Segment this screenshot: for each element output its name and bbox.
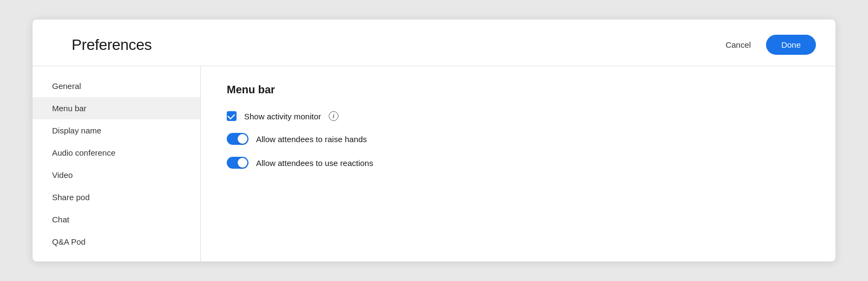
dialog-header: Preferences Cancel Done xyxy=(33,20,835,66)
sidebar-item-general[interactable]: General xyxy=(33,75,200,97)
sidebar-item-display-name[interactable]: Display name xyxy=(33,119,200,142)
sidebar-item-audio-conference[interactable]: Audio conference xyxy=(33,142,200,164)
sidebar-item-qna-pod[interactable]: Q&A Pod xyxy=(33,231,200,253)
dialog-title: Preferences xyxy=(72,36,152,54)
section-title: Menu bar xyxy=(227,84,809,96)
allow-reactions-toggle[interactable] xyxy=(227,157,248,169)
preferences-dialog: Preferences Cancel Done General Menu bar… xyxy=(33,20,835,261)
sidebar: General Menu bar Display name Audio conf… xyxy=(33,66,201,261)
done-button[interactable]: Done xyxy=(766,35,816,55)
setting-row-reactions: Allow attendees to use reactions xyxy=(227,157,809,169)
cancel-button[interactable]: Cancel xyxy=(719,36,757,54)
main-content: Menu bar Show activity monitor i Allow a… xyxy=(201,66,835,261)
dialog-body: General Menu bar Display name Audio conf… xyxy=(33,66,835,261)
allow-reactions-label: Allow attendees to use reactions xyxy=(256,158,373,168)
allow-raise-hands-label: Allow attendees to raise hands xyxy=(256,135,367,144)
setting-row-activity-monitor: Show activity monitor i xyxy=(227,111,809,121)
sidebar-item-share-pod[interactable]: Share pod xyxy=(33,186,200,208)
header-actions: Cancel Done xyxy=(719,35,816,55)
info-icon[interactable]: i xyxy=(329,111,339,121)
setting-row-raise-hands: Allow attendees to raise hands xyxy=(227,133,809,145)
show-activity-monitor-label: Show activity monitor xyxy=(244,112,321,121)
show-activity-monitor-checkbox[interactable] xyxy=(227,111,237,121)
sidebar-item-menu-bar[interactable]: Menu bar xyxy=(33,97,200,119)
sidebar-item-video[interactable]: Video xyxy=(33,164,200,186)
sidebar-item-chat[interactable]: Chat xyxy=(33,208,200,231)
allow-raise-hands-toggle[interactable] xyxy=(227,133,248,145)
